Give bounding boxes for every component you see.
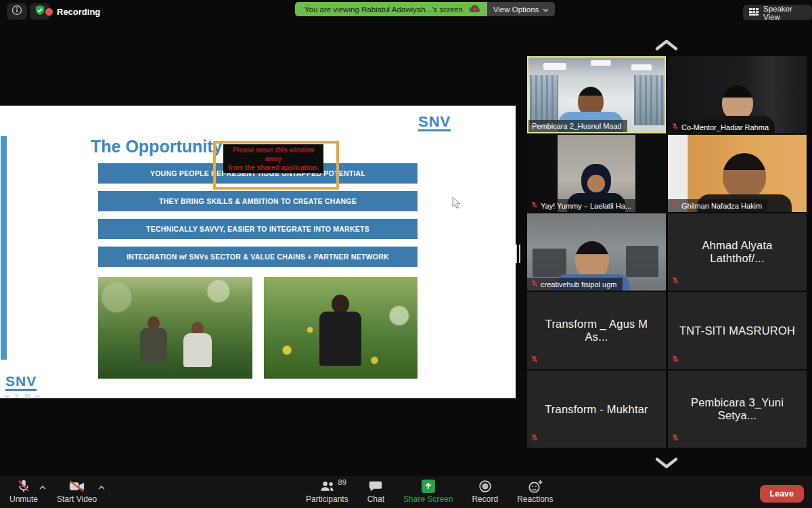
meeting-toolbar: Unmute Start Video 89 Participants: [0, 475, 812, 508]
slide-bullet-bar-2: THEY BRING SKILLS & AMBITION TO CREATE C…: [98, 191, 418, 211]
muted-mic-icon: [671, 354, 679, 366]
slide-photo-right: [264, 277, 418, 379]
photo-figure: [140, 316, 167, 363]
muted-mic-icon: [671, 201, 679, 210]
chat-icon: [368, 478, 383, 494]
participant-name-tag: Ghilman Nafadza Hakim: [668, 199, 767, 212]
slide-photo-left: [98, 277, 252, 379]
chat-label: Chat: [367, 494, 384, 504]
warning-line-1: Please move this window away: [224, 146, 323, 163]
recording-dot: [45, 8, 53, 16]
office-window: [530, 75, 558, 125]
participant-name: Co-Mentor_Hadiar Rahma: [681, 123, 769, 131]
chevron-up-icon[interactable]: [98, 483, 105, 492]
toolbar-center-group: 89 Participants Chat Share Screen: [306, 478, 554, 504]
classroom-chair: [626, 246, 658, 277]
image-icon[interactable]: ▤: [24, 393, 35, 400]
chevron-up-icon[interactable]: [39, 483, 46, 492]
participant-name: creativehub fisipol ugm: [541, 280, 617, 289]
participant-name: Ghilman Nafadza Hakim: [681, 202, 762, 210]
share-screen-icon: [422, 478, 435, 494]
figure-body: [140, 328, 167, 363]
view-options-dropdown[interactable]: View Options: [487, 2, 556, 16]
camera-off-icon: [68, 478, 85, 494]
move-window-warning-tooltip: Please move this window away from the sh…: [223, 144, 323, 173]
record-label: Record: [472, 494, 498, 504]
leave-button[interactable]: Leave: [760, 485, 804, 503]
screen-share-banner-text-area: You are viewing Rabiatul Adawiyah...'s s…: [295, 2, 487, 16]
speaker-view-label: Speaker View: [763, 5, 806, 21]
participant-name: Transform _ Agus M As...: [527, 318, 666, 343]
video-tile-mukhtar[interactable]: Transform - Mukhtar: [527, 371, 666, 448]
muted-mic-icon: [16, 478, 31, 494]
toolbar-left-group: Unmute Start Video: [9, 478, 97, 504]
participant-name: Ahmad Alyata Laththof/...: [668, 239, 807, 265]
participant-name: Pembicara 3_Yuni Setya...: [668, 396, 807, 422]
speaker-view-button[interactable]: Speaker View: [743, 5, 812, 20]
participant-name-tag: creativehub fisipol ugm: [527, 278, 623, 291]
video-tile-creativehub[interactable]: creativehub fisipol ugm: [527, 213, 666, 291]
scroll-down-icon[interactable]: [654, 457, 679, 472]
share-screen-button[interactable]: Share Screen: [403, 478, 453, 504]
muted-mic-icon: [531, 280, 538, 289]
figure-body: [319, 312, 361, 366]
participant-video-grid: Pembicara 2_Husnul Maad Co-Mentor_Hadiar…: [527, 56, 807, 448]
reactions-label: Reactions: [517, 494, 553, 504]
video-tile-hadiar-rahma[interactable]: Co-Mentor_Hadiar Rahma: [668, 56, 807, 133]
video-tile-ahmad-alyata[interactable]: Ahmad Alyata Laththof/...: [668, 213, 807, 291]
presentation-tool-icons: ↩✎▤↪: [5, 393, 45, 400]
chevron-down-icon: [543, 5, 549, 14]
redo-arrow-icon[interactable]: ↪: [35, 393, 45, 400]
security-shield-icon: [35, 5, 45, 18]
participant-name-tag: Co-Mentor_Hadiar Rahma: [668, 121, 774, 133]
participant-name-tag: Pembicara 2_Husnul Maad: [528, 120, 627, 132]
participant-name: Transform - Mukhtar: [539, 403, 654, 416]
participant-name: TNT-SITI MASRUROH: [674, 324, 800, 337]
record-button[interactable]: Record: [472, 478, 498, 504]
undo-arrow-icon[interactable]: ↩: [5, 393, 15, 400]
participant-name: Yay! Yummy – Laelatil Ha...: [541, 202, 631, 210]
scroll-up-icon[interactable]: [654, 39, 679, 54]
photo-figure: [319, 295, 361, 366]
video-tile-ghilman[interactable]: Ghilman Nafadza Hakim: [668, 135, 807, 212]
office-window: [634, 75, 664, 125]
record-icon: [478, 478, 493, 494]
share-screen-label: Share Screen: [403, 494, 453, 504]
banner-text: You are viewing Rabiatul Adawiyah...'s s…: [304, 5, 463, 14]
video-tile-yuni-setya[interactable]: Pembicara 3_Yuni Setya...: [668, 371, 807, 448]
participants-button[interactable]: 89 Participants: [306, 478, 348, 504]
ceiling-light: [543, 63, 566, 70]
recording-label: Recording: [57, 7, 100, 17]
shared-screen-slide: SNV The Opportunity YOUNG PEOPLE REPRESE…: [0, 106, 516, 398]
muted-mic-icon: [531, 201, 538, 210]
ceiling-light: [591, 60, 611, 66]
pen-icon[interactable]: ✎: [15, 393, 25, 400]
meeting-info-button[interactable]: [7, 3, 27, 20]
cloud-recording-icon: [469, 5, 480, 14]
chat-button[interactable]: Chat: [367, 478, 384, 504]
video-tile-laelatil[interactable]: Yay! Yummy – Laelatil Ha...: [527, 135, 666, 212]
speaker-view-icon: [749, 8, 759, 17]
warning-line-2: from the shared application.: [224, 163, 323, 172]
participants-count: 89: [338, 478, 346, 486]
ceiling-light: [631, 64, 652, 70]
video-tile-agus[interactable]: Transform _ Agus M As...: [527, 292, 666, 369]
slide-scrollbar-thumb[interactable]: [516, 245, 520, 263]
muted-mic-icon: [671, 275, 679, 287]
reactions-icon: [527, 478, 543, 494]
zoom-meeting-window: Recording You are viewing Rabiatul Adawi…: [0, 0, 812, 508]
unmute-button[interactable]: Unmute: [9, 478, 38, 504]
video-tile-siti-masruroh[interactable]: TNT-SITI MASRUROH: [668, 292, 807, 369]
participants-icon: 89: [319, 478, 336, 494]
start-video-button[interactable]: Start Video: [57, 478, 97, 504]
info-icon: [12, 5, 22, 18]
participants-label: Participants: [306, 494, 348, 504]
slide-bullet-bar-3: TECHNICALLY SAVVY, EASIER TO INTEGRATE I…: [98, 219, 418, 239]
participant-name-tag: Yay! Yummy – Laelatil Ha...: [527, 199, 637, 212]
reactions-button[interactable]: Reactions: [517, 478, 553, 504]
figure-head: [332, 295, 349, 314]
figure-head: [723, 153, 766, 199]
muted-mic-icon: [671, 432, 679, 444]
muted-mic-icon: [531, 354, 539, 366]
video-tile-husnul-maad[interactable]: Pembicara 2_Husnul Maad: [527, 56, 666, 133]
